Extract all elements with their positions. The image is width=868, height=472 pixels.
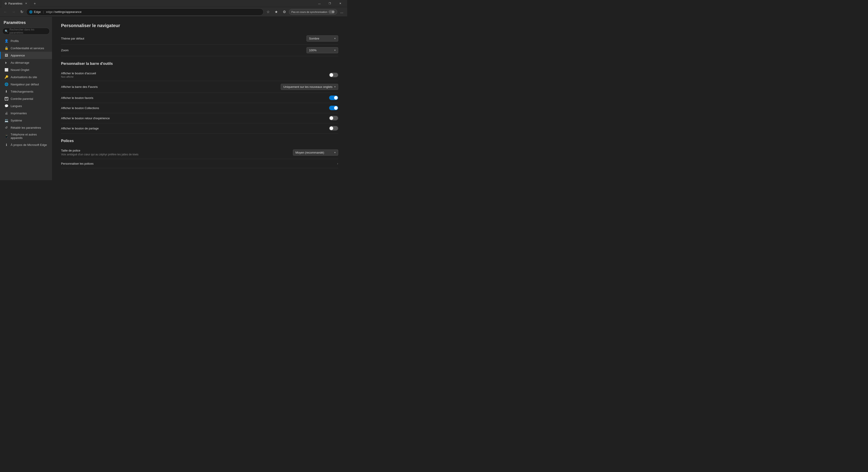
systeme-icon: 💻 [4,119,8,123]
sidebar-item-au-demarrage[interactable]: ⏵ Au démarrage [0,59,52,66]
sidebar-label-parental: Contrôle parental [11,97,33,101]
confidentialite-icon: 🔒 [4,46,8,50]
sidebar-item-autorisations[interactable]: 🔑 Autorisations du site [0,73,52,80]
setting-retour-experience-label: Afficher le bouton retour d'expérience [61,116,110,120]
favoris-barre-dropdown[interactable]: Uniquement sur les nouveaux onglets ▾ [281,84,338,90]
forward-button[interactable]: → [10,8,17,15]
main-layout: Paramètres 🔍 Rechercher dans les paramèt… [0,17,347,180]
taille-police-arrow: ▾ [334,151,336,154]
address-url: edge://settings/appearance [46,10,82,13]
sidebar-label-apparence: Apparence [11,54,25,57]
setting-taille-police: Taille de police Voix ambiguë d'un cœur … [61,146,338,159]
sidebar-item-telechargements[interactable]: ⬇ Téléchargements [0,88,52,95]
theme-dropdown-arrow: ▾ [334,37,336,40]
favoris-barre-value: Uniquement sur les nouveaux onglets [283,85,333,89]
setting-theme: Thème par défaut Sombre ▾ [61,33,338,44]
sidebar-item-systeme[interactable]: 💻 Système [0,117,52,124]
sync-label: Pas en cours de synchronisation [291,11,327,13]
taille-police-dropdown[interactable]: Moyen (recommandé) ▾ [293,149,338,156]
sidebar-item-imprimantes[interactable]: 🖨 Imprimantes [0,109,52,117]
toggle-bouton-favoris[interactable] [329,96,338,100]
active-tab[interactable]: ⚙ Paramètres ✕ [2,0,30,7]
toggle-retour-experience[interactable] [329,116,338,121]
sidebar-title: Paramètres [0,20,52,28]
search-box[interactable]: 🔍 Rechercher dans les paramètres [2,28,50,35]
profils-icon: 👤 [4,39,8,43]
zoom-dropdown-arrow: ▾ [334,49,336,52]
add-tab-button[interactable]: + [32,0,38,7]
sidebar-label-defaut: Navigateur par défaut [11,83,39,86]
setting-theme-label: Thème par défaut [61,37,84,40]
setting-barre-favoris-label: Afficher la barre des Favoris [61,85,98,89]
settings-button[interactable]: ⚙ [281,8,288,15]
setting-bouton-favoris: Afficher le bouton favoris [61,93,338,103]
imprimantes-icon: 🖨 [4,111,8,115]
sidebar-item-langues[interactable]: 💬 Langues [0,102,52,109]
restore-button[interactable]: ❐ [324,0,335,7]
address-bar[interactable]: 🌐 Edge | edge://settings/appearance [26,8,264,15]
defaut-icon: 🌐 [4,82,8,86]
sidebar-item-controle-parental[interactable]: 👨‍👩‍👧 Contrôle parental [0,95,52,102]
nav-right-controls: ☆ ★ ⚙ Pas en cours de synchronisation ..… [265,8,345,15]
back-button[interactable]: ← [2,8,9,15]
sync-button[interactable]: Pas en cours de synchronisation [289,9,337,15]
sidebar-label-apropos: À propos de Microsoft Edge [11,143,47,146]
taille-police-value: Moyen (recommandé) [296,151,324,154]
demarrage-icon: ⏵ [4,61,8,65]
address-brand: Edge [34,10,41,13]
toolbar-section-title: Personnaliser la barre d'outils [61,62,338,66]
address-separator: | [43,10,43,13]
sidebar-label-imprimantes: Imprimantes [11,111,27,115]
sidebar-label-telephone: Téléphone et autres appareils [11,133,49,140]
navbar: ← → ↻ 🌐 Edge | edge://settings/appearanc… [0,7,347,17]
onglet-icon: ⬜ [4,68,8,72]
setting-personnaliser-polices[interactable]: Personnaliser les polices › [61,159,338,168]
favoris-barre-arrow: ▾ [334,86,336,88]
minimize-button[interactable]: — [314,0,324,7]
sidebar-item-profils[interactable]: 👤 Profils [0,37,52,44]
more-button[interactable]: ... [338,8,345,15]
toggle-accueil[interactable] [329,73,338,77]
theme-dropdown[interactable]: Sombre ▾ [307,35,338,41]
sidebar-item-telephone[interactable]: 📱 Téléphone et autres appareils [0,131,52,141]
sidebar-item-navigateur-defaut[interactable]: 🌐 Navigateur par défaut [0,80,52,88]
zoom-value: 100% [309,48,316,52]
sidebar-label-profils: Profils [11,39,19,43]
sync-toggle [329,10,335,13]
sidebar-item-confidentialite[interactable]: 🔒 Confidentialité et services [0,44,52,52]
sidebar-label-retablir: Rétablir les paramètres [11,126,41,129]
sidebar-label-confidentialite: Confidentialité et services [11,46,44,50]
sidebar-item-apparence[interactable]: 🖼 Apparence [0,52,52,59]
zoom-dropdown[interactable]: 100% ▾ [307,47,338,53]
close-button[interactable]: ✕ [335,0,345,7]
sidebar-label-onglet: Nouvel Onglet [11,68,29,72]
setting-collections: Afficher le bouton Collections [61,103,338,113]
sidebar-item-retablir[interactable]: ↺ Rétablir les paramètres [0,124,52,131]
toggle-collections[interactable] [329,106,338,110]
setting-bouton-favoris-label: Afficher le bouton favoris [61,96,93,100]
setting-retour-experience: Afficher le bouton retour d'expérience [61,113,338,123]
sidebar-label-autorisations: Autorisations du site [11,75,37,79]
sidebar-label-demarrage: Au démarrage [11,61,29,64]
sidebar-label-systeme: Système [11,119,22,122]
setting-taille-police-label-group: Taille de police Voix ambiguë d'un cœur … [61,149,138,156]
apropos-icon: ℹ [4,143,8,147]
tab-close-icon[interactable]: ✕ [25,2,27,5]
chevron-right-icon: › [337,162,338,165]
setting-barre-favoris: Afficher la barre des Favoris Uniquement… [61,81,338,93]
setting-zoom-label: Zoom [61,48,68,52]
setting-collections-label: Afficher le bouton Collections [61,106,99,110]
setting-partage-label: Afficher le bouton de partage [61,127,99,130]
titlebar: ⚙ Paramètres ✕ + — ❐ ✕ [0,0,347,7]
tab-label: Paramètres [8,2,22,5]
sidebar-item-a-propos[interactable]: ℹ À propos de Microsoft Edge [0,141,52,148]
sidebar-item-nouvel-onglet[interactable]: ⬜ Nouvel Onglet [0,66,52,73]
favorites-button[interactable]: ★ [273,8,280,15]
retablir-icon: ↺ [4,126,8,130]
search-placeholder: Rechercher dans les paramètres [9,28,47,34]
star-button[interactable]: ☆ [265,8,272,15]
refresh-button[interactable]: ↻ [18,8,25,15]
apparence-icon: 🖼 [4,53,8,57]
toggle-partage[interactable] [329,126,338,131]
sidebar: Paramètres 🔍 Rechercher dans les paramèt… [0,17,52,180]
